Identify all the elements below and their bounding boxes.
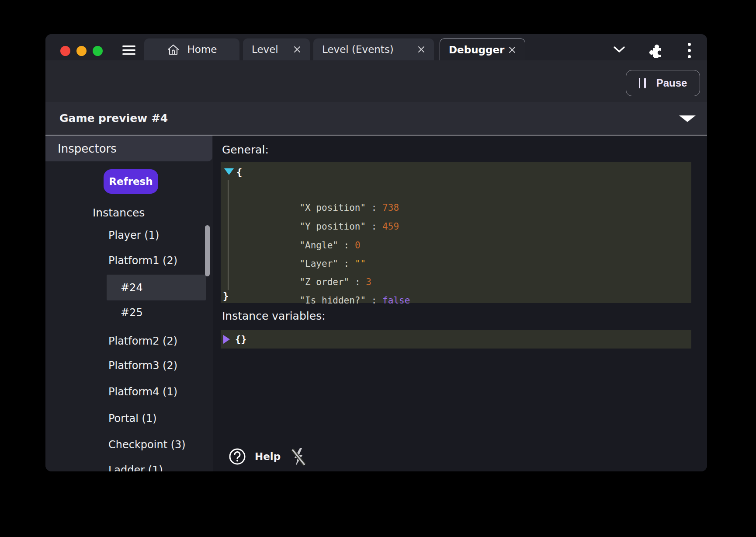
json-entry: "Layer" : "": [244, 236, 366, 255]
json-value[interactable]: false: [382, 295, 410, 306]
general-section-label: General:: [222, 143, 269, 156]
more-options-kebab-icon[interactable]: [688, 43, 691, 58]
help-button-label: Help: [255, 451, 281, 462]
instance-item-24[interactable]: #24: [107, 275, 206, 300]
indent-guide: [228, 180, 229, 290]
hamburger-menu-icon[interactable]: [122, 45, 135, 56]
refresh-button[interactable]: Refresh: [104, 169, 158, 194]
instances-group-label[interactable]: Instances: [93, 202, 145, 223]
titlebar: Home Level Level (Events) Debugger: [45, 34, 707, 60]
instance-item-portal[interactable]: Portal (1): [107, 405, 206, 431]
game-preview-header[interactable]: Game preview #4: [45, 102, 707, 136]
open-brace: {: [236, 163, 242, 181]
instance-variables-section-label: Instance variables:: [222, 310, 326, 322]
debugger-toolbar: Pause: [45, 60, 707, 102]
tab-debugger[interactable]: Debugger: [440, 38, 525, 60]
instance-item-platform4[interactable]: Platform4 (1): [107, 379, 206, 404]
instance-item-player[interactable]: Player (1): [107, 222, 206, 248]
help-button[interactable]: Help: [229, 448, 281, 465]
sidebar-scrollbar[interactable]: [205, 225, 210, 276]
general-json-view: { "X position" : 738 "Y position" : 459 …: [221, 162, 691, 303]
tab-level[interactable]: Level: [243, 38, 310, 60]
json-entry: "Z order" : 3: [244, 255, 371, 273]
empty-object-braces: {}: [235, 330, 247, 349]
inspectors-sidebar: Inspectors Refresh Instances Player (1) …: [45, 136, 213, 471]
inspectors-header: Inspectors: [45, 136, 212, 161]
close-tab-icon[interactable]: [293, 45, 301, 53]
json-value[interactable]: 459: [382, 221, 399, 232]
tab-level-events-label: Level (Events): [322, 44, 394, 55]
game-preview-title: Game preview #4: [59, 102, 168, 135]
question-circle-icon: [229, 448, 246, 465]
instance-variables-json-view: {}: [221, 330, 691, 349]
pause-icon: [639, 78, 646, 88]
tab-home[interactable]: Home: [144, 38, 239, 60]
pause-button[interactable]: Pause: [626, 70, 700, 96]
instance-item-platform2[interactable]: Platform2 (2): [107, 328, 206, 354]
debugger-content: Inspectors Refresh Instances Player (1) …: [45, 136, 707, 471]
json-entry: "Y position" : 459: [244, 199, 399, 217]
instance-item-ladder[interactable]: Ladder (1): [107, 457, 206, 471]
tab-level-label: Level: [252, 44, 278, 55]
json-key: "Is hidden?": [299, 295, 366, 306]
close-tab-icon[interactable]: [508, 46, 516, 54]
pause-button-label: Pause: [656, 77, 687, 89]
caret-down-icon[interactable]: [679, 115, 696, 122]
tab-bar: Home Level Level (Events) Debugger: [144, 38, 529, 60]
extensions-puzzle-icon[interactable]: [648, 42, 664, 58]
json-entry: "X position" : 738: [244, 180, 399, 199]
home-icon: [167, 44, 180, 56]
chevron-down-icon[interactable]: [613, 46, 625, 53]
json-entry: "Angle" : 0: [244, 218, 361, 236]
json-entry: "Is hidden?" : false: [244, 273, 410, 291]
minimize-window-button[interactable]: [76, 46, 87, 56]
inspector-detail-panel: General: { "X position" : 738 "Y positio…: [213, 136, 707, 471]
app-window: Home Level Level (Events) Debugger: [45, 34, 707, 471]
instance-item-checkpoint[interactable]: Checkpoint (3): [107, 432, 206, 457]
instance-item-25[interactable]: #25: [107, 300, 206, 325]
tab-level-events[interactable]: Level (Events): [313, 38, 434, 60]
expand-node-icon[interactable]: [223, 335, 230, 344]
collapse-node-icon[interactable]: [224, 168, 234, 175]
close-tab-icon[interactable]: [417, 45, 425, 53]
close-window-button[interactable]: [60, 46, 70, 56]
flash-off-icon[interactable]: [289, 447, 308, 467]
close-brace: }: [223, 287, 229, 305]
instance-item-platform1[interactable]: Platform1 (2): [107, 248, 206, 273]
tab-debugger-label: Debugger: [449, 44, 504, 56]
tab-home-label: Home: [187, 44, 217, 55]
zoom-window-button[interactable]: [93, 46, 103, 56]
instance-item-platform3[interactable]: Platform3 (2): [107, 352, 206, 378]
